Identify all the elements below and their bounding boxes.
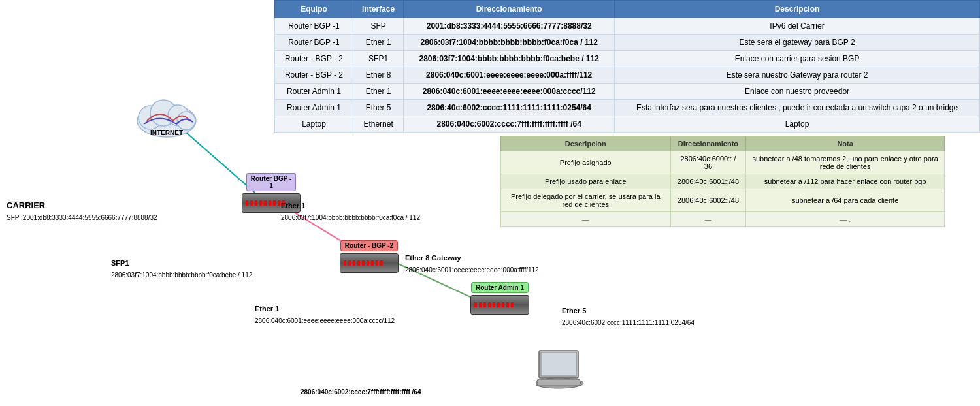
router-admin1-label: Router Admin 1 [471, 282, 529, 293]
table-cell: Este sera el gateway para BGP 2 [615, 35, 980, 51]
router-bgp1-label: Router BGP -1 [246, 173, 297, 191]
admin1-ether5-label: Ether 5 2806:40c:6002:cccc:1111:1111:111… [562, 304, 694, 328]
table-cell: Prefijo usado para enlace [501, 174, 671, 189]
table-cell: Enlace con carrier para sesion BGP [615, 51, 980, 67]
table-cell: subnetear a /48 tomaremos 2, uno para en… [746, 151, 945, 174]
table-cell: 2806:40c:6000:: / 36 [670, 151, 746, 174]
table-cell: — [501, 212, 671, 227]
table-row: Prefijo asignado2806:40c:6000:: / 36subn… [501, 151, 945, 174]
table-cell: — . [746, 212, 945, 227]
bgp2-ether8-label: Ether 8 Gateway 2806:040c:6001:eeee:eeee… [405, 251, 539, 275]
router-admin1-icon [470, 295, 529, 315]
router-bgp2-icon [340, 253, 399, 273]
table-cell: Esta interfaz sera para nuestros cliente… [615, 100, 980, 116]
bgp2-sfp1-label: SFP1 2806:03f7:1004:bbbb:bbbb:bbbb:f0ca:… [111, 257, 252, 280]
router-admin1-box: Router Admin 1 [470, 282, 529, 315]
admin1-ether1-label: Ether 1 2806:040c:6001:eeee:eeee:eeee:00… [255, 302, 395, 326]
col2-header-descripcion: Descripcion [501, 136, 671, 151]
carrier-label: CARRIER SFP :2001:db8:3333:4444:5555:666… [7, 199, 157, 223]
laptop-addr-label: 2806:040c:6002:cccc:7fff:ffff:ffff:ffff … [301, 385, 421, 397]
second-table-wrapper: Descripcion Direccionamiento Nota Prefij… [500, 136, 945, 227]
col-header-descripcion: Descripcion [615, 1, 980, 18]
internet-cloud-svg: INTERNET [127, 88, 206, 140]
svg-rect-11 [541, 352, 576, 376]
col2-header-nota: Nota [746, 136, 945, 151]
table-cell: subnetear a /112 para hacer enlace con r… [746, 174, 945, 189]
table-row: Prefijo usado para enlace2806:40c:6001::… [501, 174, 945, 189]
table-cell: IPv6 del Carrier [615, 18, 980, 35]
table-cell: 2806:40c:6002::/48 [670, 189, 746, 212]
table-cell: — [670, 212, 746, 227]
router-bgp2-box: Router - BGP -2 [340, 240, 399, 273]
table-cell: Prefijo delegado por el carrier, se usar… [501, 189, 671, 212]
col2-header-direccionamiento: Direccionamiento [670, 136, 746, 151]
table-cell: Laptop [615, 116, 980, 133]
svg-text:INTERNET: INTERNET [150, 129, 183, 136]
laptop-icon [536, 349, 588, 394]
laptop-svg [536, 349, 588, 392]
diagram-area: INTERNET CARRIER SFP :2001:db8:3333:4444… [0, 0, 497, 406]
table-row: Prefijo delegado por el carrier, se usar… [501, 189, 945, 212]
table-cell: 2806:40c:6001::/48 [670, 174, 746, 189]
table-row: ——— . [501, 212, 945, 227]
table-cell: Enlace con nuestro proveedor [615, 84, 980, 100]
second-table: Descripcion Direccionamiento Nota Prefij… [500, 136, 945, 227]
table-cell: Prefijo asignado [501, 151, 671, 174]
table-cell: Este sera nuestro Gateway para router 2 [615, 67, 980, 84]
internet-cloud: INTERNET [127, 85, 206, 144]
svg-rect-13 [537, 379, 580, 386]
bgp1-ether1-label: Ether 1 2806:03f7:1004:bbbb:bbbb:bbbb:f0… [281, 199, 420, 223]
router-bgp2-label: Router - BGP -2 [340, 240, 398, 251]
table-cell: subnetear a /64 para cada cliente [746, 189, 945, 212]
